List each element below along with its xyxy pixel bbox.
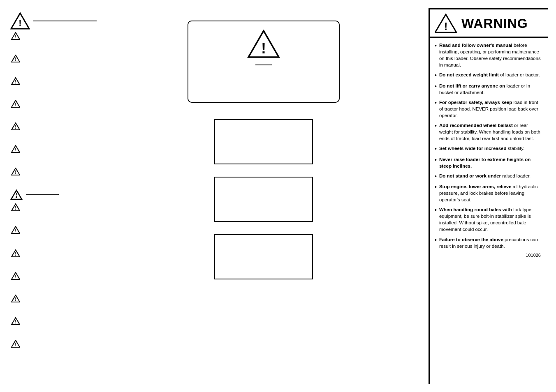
medium-warning-triangle: !: [10, 189, 23, 200]
small-warning-triangle-6: !: [11, 145, 20, 153]
left-row-1: !: [11, 32, 97, 40]
small-box-2: [214, 177, 313, 222]
left-header-warning: !: [10, 12, 97, 30]
small-warning-triangle-2: !: [11, 55, 20, 62]
warning-text-5: Add recommended wheel ballast or rear we…: [439, 122, 543, 142]
left-row-2: !: [11, 55, 97, 62]
warning-text-10: When handling round bales with fork type…: [439, 206, 543, 233]
small-warning-triangle-10: !: [11, 249, 20, 257]
svg-text:!: !: [15, 297, 16, 302]
big-box-dash: [255, 65, 272, 65]
left-row-9: !: [11, 226, 97, 234]
bullet-5: •: [435, 122, 437, 142]
warning-item-7: • Never raise loader to extreme heights …: [435, 156, 543, 169]
warning-text-7: Never raise loader to extreme heights on…: [439, 156, 543, 169]
left-medium-warning: !: [10, 189, 97, 200]
bullet-1: •: [435, 42, 437, 68]
svg-text:!: !: [19, 18, 21, 28]
svg-text:!: !: [15, 342, 16, 347]
warning-text-11: Failure to observe the above precautions…: [439, 236, 543, 249]
warning-item-4: • For operator safety, always keep load …: [435, 99, 543, 119]
bullet-2: •: [435, 71, 437, 79]
small-warning-triangle-11: !: [11, 272, 20, 280]
bullet-4: •: [435, 99, 437, 119]
warning-text-8: Do not stand or work under raised loader…: [439, 173, 531, 180]
warning-header-triangle: !: [435, 14, 457, 33]
svg-text:!: !: [15, 125, 16, 129]
svg-text:!: !: [15, 57, 16, 62]
svg-text:!: !: [15, 320, 16, 324]
left-row-8: !: [11, 203, 97, 211]
small-box-1: [214, 119, 313, 164]
warning-item-11: • Failure to observe the above precautio…: [435, 236, 543, 249]
svg-text:!: !: [15, 148, 16, 152]
warning-text-2: Do not exceed weight limit of loader or …: [439, 71, 540, 79]
svg-text:!: !: [15, 252, 16, 256]
bullet-7: •: [435, 156, 437, 169]
big-warning-box: !: [188, 21, 340, 103]
bullet-9: •: [435, 183, 437, 203]
warning-text-9: Stop engine, lower arms, relieve all hyd…: [439, 183, 543, 203]
small-box-3: [214, 234, 313, 279]
left-row-5: !: [11, 122, 97, 130]
small-warning-triangle-1: !: [11, 32, 20, 40]
small-warning-triangle-8: !: [11, 203, 20, 211]
warning-item-2: • Do not exceed weight limit of loader o…: [435, 71, 543, 79]
left-row-3: !: [11, 77, 97, 85]
warning-text-3: Do not lift or carry anyone on loader or…: [439, 83, 543, 96]
warning-item-8: • Do not stand or work under raised load…: [435, 173, 543, 180]
small-warning-triangle-4: !: [11, 100, 20, 108]
warning-title: WARNING: [461, 16, 528, 31]
bullet-11: •: [435, 236, 437, 249]
small-warning-triangle-14: !: [11, 340, 20, 348]
small-triangle-list-3: ! ! ! !: [11, 249, 97, 355]
left-row-14: !: [11, 340, 97, 348]
svg-text:!: !: [15, 228, 16, 233]
large-warning-triangle-top: !: [10, 12, 30, 30]
small-triangle-list-2: ! !: [11, 203, 97, 241]
small-warning-triangle-7: !: [11, 168, 20, 175]
svg-text:!: !: [444, 20, 448, 32]
warning-item-6: • Set wheels wide for increased stabilit…: [435, 145, 543, 152]
warning-item-9: • Stop engine, lower arms, relieve all h…: [435, 183, 543, 203]
left-row-4: !: [11, 100, 97, 108]
bullet-3: •: [435, 83, 437, 96]
left-row-10: !: [11, 249, 97, 257]
warning-text-1: Read and follow owner's manual before in…: [439, 42, 543, 68]
warning-text-6: Set wheels wide for increased stability.: [439, 145, 525, 152]
warning-body: • Read and follow owner's manual before …: [430, 38, 548, 262]
warning-item-5: • Add recommended wheel ballast or rear …: [435, 122, 543, 142]
small-warning-triangle-9: !: [11, 226, 20, 234]
svg-text:!: !: [15, 274, 16, 279]
left-row-12: !: [11, 295, 97, 302]
middle-column: !: [103, 8, 424, 384]
svg-text:!: !: [15, 80, 16, 84]
small-triangle-list-1: ! ! ! !: [11, 32, 97, 183]
svg-text:!: !: [16, 192, 17, 198]
left-row-7: !: [11, 168, 97, 175]
bullet-6: •: [435, 145, 437, 152]
bullet-8: •: [435, 173, 437, 180]
warning-item-1: • Read and follow owner's manual before …: [435, 42, 543, 68]
part-number: 101026: [435, 253, 543, 258]
svg-text:!: !: [15, 170, 16, 175]
left-column: ! ! ! !: [8, 8, 99, 384]
left-row-6: !: [11, 145, 97, 153]
right-warning-panel: ! WARNING • Read and follow owner's manu…: [429, 8, 548, 384]
svg-text:!: !: [15, 102, 16, 107]
small-warning-triangle-3: !: [11, 77, 20, 85]
warning-header: ! WARNING: [430, 9, 548, 38]
header-line: [33, 21, 97, 21]
warning-item-10: • When handling round bales with fork ty…: [435, 206, 543, 233]
svg-text:!: !: [15, 35, 16, 39]
small-warning-triangle-12: !: [11, 295, 20, 302]
left-row-13: !: [11, 317, 97, 325]
small-warning-triangle-5: !: [11, 122, 20, 130]
svg-text:!: !: [15, 206, 16, 210]
medium-line: [26, 194, 59, 195]
warning-item-3: • Do not lift or carry anyone on loader …: [435, 83, 543, 96]
big-box-warning-triangle: !: [247, 30, 280, 58]
bullet-10: •: [435, 206, 437, 233]
left-row-11: !: [11, 272, 97, 280]
svg-text:!: !: [261, 40, 266, 57]
